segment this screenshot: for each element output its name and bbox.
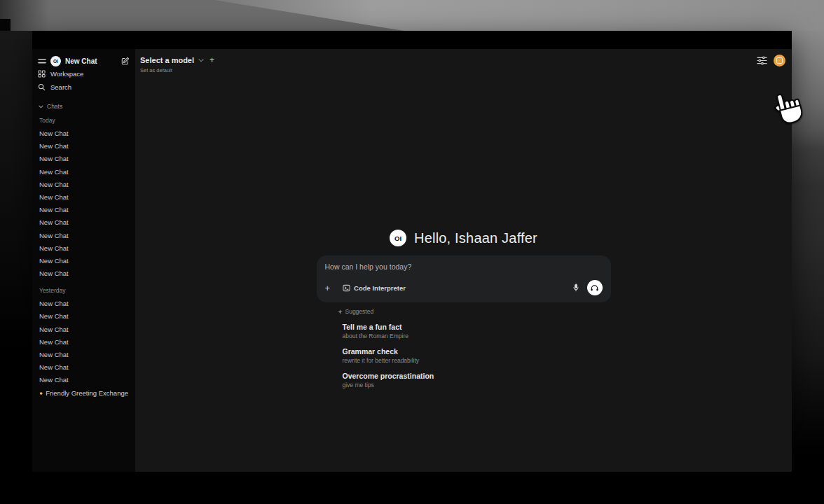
suggested-title: Tell me a fun fact [343,323,611,331]
chevron-down-icon [198,59,204,62]
new-chat-button[interactable] [121,57,130,65]
voice-call-button[interactable] [587,280,603,295]
sliders-icon [757,56,767,65]
sidebar-header: OI New Chat [32,55,135,67]
chat-group-label: Today [32,117,135,124]
model-selector[interactable]: Select a model [140,56,194,64]
hand-cursor [774,90,809,130]
suggested-header: Suggested [338,308,611,315]
attach-button[interactable]: + [325,284,331,293]
sidebar-toggle-icon[interactable] [38,58,46,64]
chat-item[interactable]: New Chat [32,349,135,361]
microphone-icon [572,284,579,293]
chevron-down-icon [39,105,43,108]
chat-item[interactable]: New Chat [32,310,135,323]
header-controls [757,55,785,66]
suggested-title: Grammar check [343,347,611,356]
grid-icon [38,70,46,78]
wave-emoji-icon [39,390,43,397]
chat-item[interactable]: New Chat [32,298,135,310]
code-interpreter-label: Code Interpreter [354,284,406,292]
welcome-block: OI Hello, Ishaan Jaffer How can I help y… [135,230,792,388]
suggested-subtitle: give me tips [343,382,611,388]
edit-icon [121,57,130,65]
chat-item[interactable]: New Chat [32,191,135,204]
desktop-diagonal-shape [0,0,824,31]
avatar-glyph [776,57,783,64]
chat-item[interactable]: New Chat [32,204,135,216]
chat-item[interactable]: New Chat [32,166,135,178]
sidebar-item-workspace[interactable]: Workspace [32,67,135,80]
desktop-left-band [0,31,32,504]
message-input[interactable]: How can I help you today? [325,262,603,271]
sparkle-icon [338,309,343,314]
chat-item[interactable]: New Chat [32,267,135,280]
search-icon [38,83,46,91]
chat-item[interactable]: New Chat [32,361,135,374]
message-composer[interactable]: How can I help you today? + Code Interpr… [317,255,611,302]
greeting-text: Hello, Ishaan Jaffer [414,230,537,246]
chat-item[interactable]: New Chat [32,336,135,349]
set-default-link[interactable]: Set as default [140,67,214,74]
search-label: Search [50,83,71,91]
terminal-icon [343,284,350,292]
code-interpreter-toggle[interactable]: Code Interpreter [343,284,406,292]
sidebar: OI New Chat Workspace Search Chats Today… [32,49,135,472]
add-model-button[interactable]: + [210,55,214,65]
chat-item[interactable]: New Chat [32,230,135,242]
model-bar: Select a model + Set as default [140,55,214,74]
mic-button[interactable] [572,284,579,293]
main-area: Select a model + Set as default OI Hello… [135,49,792,472]
headphones-icon [590,284,599,292]
suggested-title: Overcome procrastination [343,372,611,380]
chat-item[interactable]: New Chat [32,255,135,267]
suggested-subtitle: about the Roman Empire [343,332,611,340]
user-avatar[interactable] [774,55,785,66]
suggested-prompt[interactable]: Overcome procrastination give me tips [343,372,611,388]
desktop-bottom-band [32,472,792,504]
chat-item[interactable]: New Chat [32,242,135,255]
app-logo-icon: OI [390,230,406,246]
chat-item[interactable]: New Chat [32,216,135,229]
sidebar-item-search[interactable]: Search [32,80,135,94]
chat-item-named[interactable]: Friendly Greeting Exchange [32,387,135,400]
app-window: OI New Chat Workspace Search Chats Today… [32,31,792,472]
suggested-section: Suggested Tell me a fun fact about the R… [317,308,611,388]
chat-group-label: Yesterday [32,287,135,294]
sidebar-title: New Chat [65,57,97,65]
chats-label: Chats [47,103,62,110]
suggested-subtitle: rewrite it for better readability [343,357,611,364]
named-chat-title: Friendly Greeting Exchange [46,389,128,397]
controls-button[interactable] [757,56,767,65]
chat-item[interactable]: New Chat [32,153,135,165]
chat-item[interactable]: New Chat [32,323,135,336]
window-titlebar [32,31,792,49]
chat-item[interactable]: New Chat [32,140,135,153]
suggested-prompt[interactable]: Tell me a fun fact about the Roman Empir… [343,323,611,340]
workspace-label: Workspace [50,70,83,78]
app-logo-icon: OI [50,56,61,66]
suggested-prompt[interactable]: Grammar check rewrite it for better read… [343,347,611,364]
composer-controls: + Code Interpreter [325,280,603,295]
desktop-corner-notch [0,19,11,31]
chat-item[interactable]: New Chat [32,127,135,140]
chat-groups: TodayNew ChatNew ChatNew ChatNew ChatNew… [32,117,135,387]
desktop-top-band [0,0,824,31]
chat-item[interactable]: New Chat [32,178,135,191]
suggested-label: Suggested [345,308,374,315]
chat-item[interactable]: New Chat [32,374,135,386]
chats-section-toggle[interactable]: Chats [32,103,135,110]
